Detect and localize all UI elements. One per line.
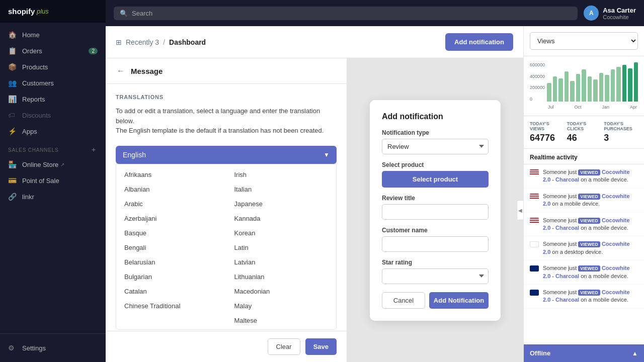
lang-chinese-traditional[interactable]: Chinese Traditional <box>116 299 226 313</box>
chevron-down-icon: ▼ <box>324 151 330 158</box>
settings-icon: ⚙ <box>8 344 17 352</box>
lang-malay[interactable]: Malay <box>226 299 337 313</box>
breadcrumb: ⊞ Recently 3 / Dashboard <box>116 38 206 46</box>
review-title-input[interactable] <box>382 204 489 220</box>
lang-albanian[interactable]: Albanian <box>116 182 226 197</box>
bar-2 <box>558 78 563 102</box>
lang-catalan[interactable]: Catalan <box>116 284 226 299</box>
bar-12 <box>616 67 621 102</box>
sidebar-item-label: Customers <box>22 79 54 87</box>
sidebar-item-label: Online Store <box>22 161 58 168</box>
chart-wrapper: 0 200000 400000 600000 Jul Oct Jan Apr <box>530 62 638 110</box>
search-box[interactable]: 🔍 <box>114 7 578 20</box>
clear-button[interactable]: Clear <box>268 338 300 355</box>
sidebar-item-label: Settings <box>22 344 46 352</box>
sidebar-item-label: Reports <box>22 96 45 103</box>
lang-belarusian[interactable]: Belarusian <box>116 255 226 269</box>
stat-views: TODAY'S VIEWS 64776 <box>530 121 564 143</box>
y-label-0: 0 <box>530 97 545 102</box>
bar-4 <box>570 81 575 102</box>
modal-actions: Cancel Add Notification <box>382 292 489 309</box>
views-select[interactable]: Views <box>530 32 638 50</box>
bar-15 <box>634 62 638 102</box>
breadcrumb-grid-icon: ⊞ <box>116 38 122 46</box>
sidebar-item-point-of-sale[interactable]: 💳 Point of Sale <box>0 172 106 189</box>
x-label-apr: Apr <box>630 105 637 110</box>
flag-uk <box>530 265 539 272</box>
review-title-label: Review title <box>382 195 489 202</box>
sidebar-item-settings[interactable]: ⚙ Settings <box>8 340 98 356</box>
logo-plus: plus <box>35 8 48 15</box>
star-rating-select[interactable] <box>382 268 489 284</box>
activity-text: Someone just VIEWED Cocowhite 2.0 - Char… <box>543 217 638 232</box>
lang-afrikaans[interactable]: Afrikaans <box>116 167 226 182</box>
breadcrumb-parent[interactable]: Recently 3 <box>126 38 159 46</box>
sidebar-item-orders[interactable]: 📋 Orders 2 <box>0 43 106 59</box>
lang-maltese[interactable]: Maltese <box>226 313 337 328</box>
lang-bulgarian[interactable]: Bulgarian <box>116 269 226 284</box>
sidebar-item-label: Apps <box>22 128 37 135</box>
lang-azerbaijani[interactable]: Azerbaijani <box>116 211 226 226</box>
lang-arabic[interactable]: Arabic <box>116 197 226 211</box>
activity-item: Someone just VIEWED Cocowhite 2.0 on a d… <box>524 236 644 260</box>
lang-latin[interactable]: Latin <box>226 240 337 255</box>
sidebar-item-products[interactable]: 📦 Products <box>0 59 106 75</box>
select-product-button[interactable]: Select product <box>382 171 489 188</box>
sidebar-item-apps[interactable]: ⚡ Apps <box>0 123 106 139</box>
customer-name-label: Customer name <box>382 227 489 234</box>
lang-italian[interactable]: Italian <box>226 182 337 197</box>
sidebar-item-customers[interactable]: 👥 Customers <box>0 75 106 91</box>
lang-basque[interactable]: Basque <box>116 226 226 240</box>
lang-korean[interactable]: Korean <box>226 226 337 240</box>
panel-title: Message <box>131 67 163 75</box>
add-channel-icon[interactable]: ＋ <box>90 145 98 154</box>
main-area: 🔍 A Asa Carter Cocowhite ⊞ Recently 3 / … <box>106 0 644 362</box>
sidebar-item-home[interactable]: 🏠 Home <box>0 27 106 43</box>
stat-clicks-value: 46 <box>567 133 601 143</box>
cancel-button[interactable]: Cancel <box>382 292 425 309</box>
notification-type-select[interactable]: Review <box>382 139 489 154</box>
back-button[interactable]: ← <box>116 65 126 76</box>
avatar: A <box>584 6 599 21</box>
bar-9 <box>599 73 604 102</box>
home-icon: 🏠 <box>8 31 17 39</box>
sidebar-item-label: Home <box>22 31 40 39</box>
lang-macedonian[interactable]: Macedonian <box>226 284 337 299</box>
add-notification-modal-button[interactable]: Add Notification <box>429 292 489 309</box>
panel-footer: Clear Save <box>106 331 347 362</box>
bar-10 <box>605 75 609 102</box>
sidebar-item-reports[interactable]: 📊 Reports <box>0 91 106 107</box>
save-button[interactable]: Save <box>305 338 337 355</box>
sidebar-item-online-store[interactable]: 🏪 Online Store ↗ <box>0 156 106 172</box>
lang-bengali[interactable]: Bengali <box>116 240 226 255</box>
right-panel: Views 0 200000 400000 600000 Jul <box>523 26 644 362</box>
bar-3 <box>565 71 569 102</box>
customer-name-input[interactable] <box>382 236 489 252</box>
bar-0 <box>547 83 551 102</box>
orders-badge: 2 <box>89 48 98 54</box>
offline-bar[interactable]: Offline ▲ <box>524 344 644 362</box>
search-input[interactable] <box>132 10 572 17</box>
lang-latvian[interactable]: Latvian <box>226 255 337 269</box>
lang-japanese[interactable]: Japanese <box>226 197 337 211</box>
select-product-label: Select product <box>382 161 489 168</box>
bar-1 <box>553 76 557 102</box>
activity-item: Someone just VIEWED Cocowhite 2.0 - Char… <box>524 260 644 285</box>
bar-chart <box>547 62 638 103</box>
sidebar-item-discounts[interactable]: 🏷 Discounts <box>0 107 106 123</box>
activity-list: Someone just VIEWED Cocowhite 2.0 - Char… <box>524 164 644 309</box>
lang-kannada[interactable]: Kannada <box>226 211 337 226</box>
stats-row: TODAY'S VIEWS 64776 TODAY'S CLICKS 46 TO… <box>524 116 644 149</box>
sidebar-bottom: ⚙ Settings <box>0 333 106 362</box>
add-notification-button[interactable]: Add notification <box>445 33 513 51</box>
stat-views-label: TODAY'S VIEWS <box>530 121 564 131</box>
sidebar-item-linkr[interactable]: 🔗 linkr <box>0 189 106 205</box>
flag-cy <box>530 241 539 247</box>
lang-irish[interactable]: Irish <box>226 167 337 182</box>
collapse-handle[interactable]: ◀ <box>517 200 523 220</box>
y-label-400k: 400000 <box>530 74 545 79</box>
lang-lithuanian[interactable]: Lithuanian <box>226 269 337 284</box>
reports-icon: 📊 <box>8 95 17 103</box>
language-dropdown-button[interactable]: English ▼ <box>116 146 337 164</box>
user-info[interactable]: A Asa Carter Cocowhite <box>584 6 636 21</box>
